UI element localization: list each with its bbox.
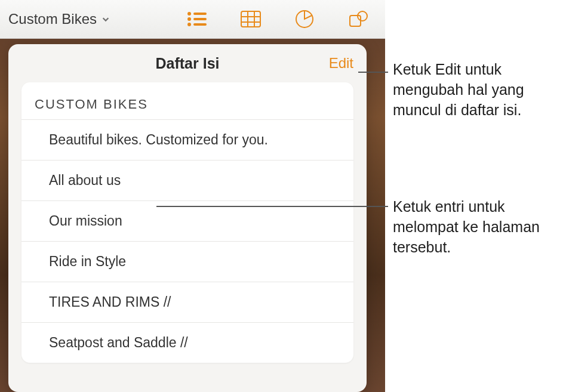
callout-entry: Ketuk entri untuk melompat ke halaman te… [393, 197, 566, 257]
list-icon [187, 11, 207, 27]
pie-chart-icon [295, 10, 314, 29]
toc-item[interactable]: TIRES AND RIMS // [21, 282, 353, 323]
svg-rect-6 [241, 11, 260, 27]
toc-item[interactable]: Beautiful bikes. Customized for you. [21, 120, 353, 160]
svg-rect-5 [193, 23, 207, 26]
leader-line [156, 206, 388, 207]
edit-button[interactable]: Edit [329, 55, 353, 72]
insert-shape-button[interactable] [347, 8, 370, 30]
svg-rect-3 [193, 18, 207, 20]
toc-button[interactable] [186, 8, 208, 30]
toolbar-icon-group [186, 8, 385, 30]
app-background: Custom Bikes [0, 0, 385, 392]
toc-item[interactable]: Our mission [21, 201, 353, 242]
insert-table-button[interactable] [239, 8, 262, 30]
svg-point-2 [187, 17, 191, 21]
document-title-dropdown[interactable]: Custom Bikes [0, 11, 110, 27]
svg-rect-1 [193, 13, 207, 15]
popover-title: Daftar Isi [156, 55, 220, 72]
document-title: Custom Bikes [8, 11, 97, 27]
toc-item[interactable]: All about us [21, 160, 353, 201]
chevron-down-icon [101, 15, 110, 23]
svg-rect-12 [350, 16, 361, 26]
callout-edit: Ketuk Edit untuk mengubah hal yang muncu… [393, 60, 563, 120]
toc-popover: Daftar Isi Edit CUSTOM BIKES Beautiful b… [8, 44, 367, 392]
table-icon [241, 11, 261, 27]
toc-item[interactable]: Ride in Style [21, 242, 353, 282]
popover-header: Daftar Isi Edit [8, 44, 367, 82]
shapes-icon [348, 10, 368, 28]
toc-item[interactable]: Seatpost and Saddle // [21, 323, 353, 363]
leader-line [358, 72, 388, 73]
toc-section-header[interactable]: CUSTOM BIKES [21, 82, 353, 120]
svg-point-4 [187, 23, 191, 26]
insert-chart-button[interactable] [293, 8, 316, 30]
toolbar: Custom Bikes [0, 0, 385, 39]
svg-point-0 [187, 12, 191, 16]
toc-list: CUSTOM BIKES Beautiful bikes. Customized… [21, 82, 353, 363]
